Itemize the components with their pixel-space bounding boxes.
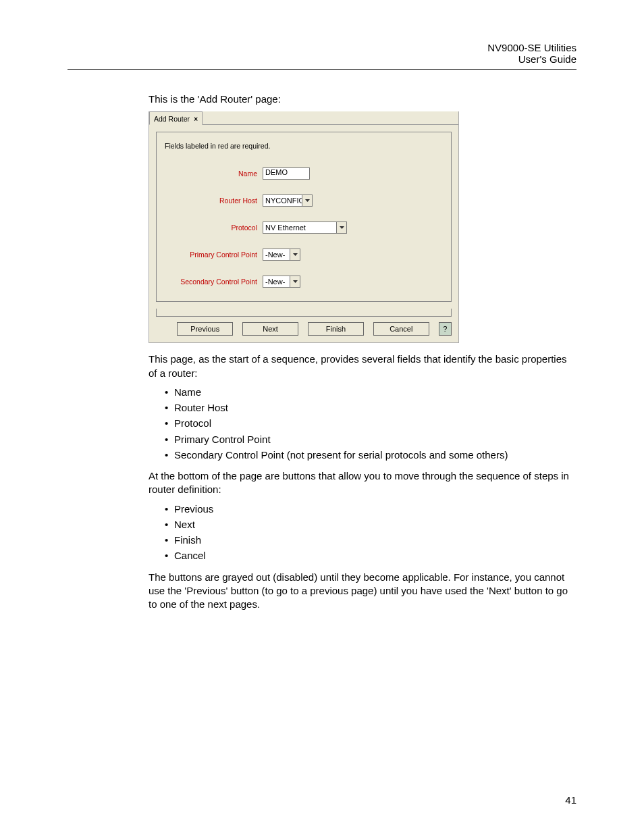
previous-button[interactable]: Previous: [177, 322, 233, 336]
list-item: Cancel: [165, 548, 576, 563]
label-protocol: Protocol: [165, 224, 263, 232]
secondary-cp-select[interactable]: -New-: [263, 276, 300, 288]
list-item: Secondary Control Point (not present for…: [165, 447, 576, 463]
tab-strip: Add Router ×: [149, 111, 458, 125]
help-button[interactable]: ?: [439, 322, 452, 336]
label-primary-cp: Primary Control Point: [165, 251, 263, 259]
label-secondary-cp: Secondary Control Point: [165, 278, 263, 286]
protocol-select[interactable]: NV Ethernet: [263, 221, 347, 234]
panel-divider: [156, 309, 452, 317]
paragraph-buttons-intro: At the bottom of the page are buttons th…: [149, 469, 576, 497]
list-item: Finish: [165, 532, 576, 548]
list-item: Router Host: [165, 400, 576, 415]
chevron-down-icon[interactable]: [290, 276, 300, 287]
finish-button[interactable]: Finish: [308, 322, 364, 336]
wizard-button-row: Previous Next Finish Cancel ?: [149, 317, 458, 342]
cancel-button[interactable]: Cancel: [373, 322, 429, 336]
name-input[interactable]: DEMO: [263, 167, 310, 180]
next-button[interactable]: Next: [242, 322, 298, 336]
chevron-down-icon[interactable]: [290, 249, 300, 260]
field-bullet-list: Name Router Host Protocol Primary Contro…: [165, 384, 576, 463]
form-panel: Fields labeled in red are required. Name…: [156, 132, 452, 302]
page-number: 41: [565, 794, 576, 806]
list-item: Name: [165, 384, 576, 400]
header-title: NV9000-SE Utilities: [68, 42, 576, 53]
list-item: Previous: [165, 501, 576, 517]
router-host-value: NYCONFIG: [265, 197, 304, 205]
tab-label: Add Router: [154, 115, 190, 123]
paragraph-fields-intro: This page, as the start of a sequence, p…: [149, 353, 576, 380]
primary-cp-value: -New-: [265, 251, 285, 259]
intro-paragraph: This is the 'Add Router' page:: [149, 93, 576, 106]
tab-add-router[interactable]: Add Router ×: [149, 111, 203, 125]
secondary-cp-value: -New-: [265, 278, 285, 286]
list-item: Next: [165, 517, 576, 532]
button-bullet-list: Previous Next Finish Cancel: [165, 501, 576, 564]
close-icon[interactable]: ×: [194, 115, 198, 123]
protocol-value: NV Ethernet: [265, 224, 306, 232]
header-subtitle: User's Guide: [68, 53, 576, 65]
chevron-down-icon[interactable]: [336, 222, 346, 233]
required-note: Fields labeled in red are required.: [165, 142, 443, 150]
chevron-down-icon[interactable]: [302, 195, 312, 206]
list-item: Protocol: [165, 415, 576, 431]
add-router-screenshot: Add Router × Fields labeled in red are r…: [149, 111, 459, 343]
label-name: Name: [165, 170, 263, 178]
list-item: Primary Control Point: [165, 432, 576, 447]
label-router-host: Router Host: [165, 197, 263, 205]
router-host-select[interactable]: NYCONFIG: [263, 194, 313, 207]
paragraph-grayed: The buttons are grayed out (disabled) un…: [149, 571, 576, 612]
page-header: NV9000-SE Utilities User's Guide: [68, 42, 576, 70]
primary-cp-select[interactable]: -New-: [263, 249, 300, 261]
